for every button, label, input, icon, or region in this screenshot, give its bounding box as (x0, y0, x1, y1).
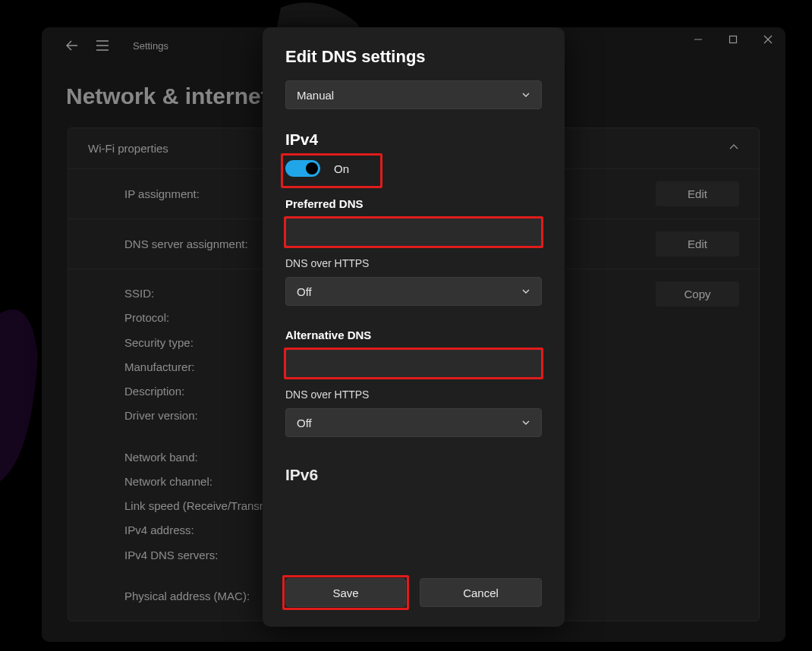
dropdown-value: Manual (297, 89, 334, 102)
preferred-doh-dropdown[interactable]: Off (285, 277, 542, 306)
preferred-dns-input[interactable] (285, 218, 542, 247)
toggle-state-label: On (334, 162, 349, 175)
property-label: Protocol: (124, 306, 282, 330)
dialog-title: Edit DNS settings (285, 47, 542, 67)
property-label: IPv4 address: (124, 518, 282, 542)
row-label: IP assignment: (124, 187, 200, 200)
edit-dns-settings-dialog: Edit DNS settings Manual IPv4 On Preferr… (263, 27, 565, 627)
property-label: Physical address (MAC): (124, 584, 282, 609)
chevron-down-icon (521, 417, 530, 429)
close-button[interactable] (751, 27, 785, 52)
back-button[interactable] (65, 38, 80, 53)
save-button[interactable]: Save (285, 578, 406, 607)
edit-ip-assignment-button[interactable]: Edit (656, 181, 739, 206)
hamburger-menu-icon[interactable] (95, 38, 110, 53)
edit-dns-assignment-button[interactable]: Edit (656, 231, 739, 256)
dropdown-value: Off (297, 285, 312, 298)
property-label: Driver version: (124, 404, 282, 428)
property-label: Network band: (124, 445, 282, 470)
property-label: Network channel: (124, 470, 282, 494)
dropdown-value: Off (297, 417, 312, 429)
window-title: Settings (133, 40, 168, 52)
ipv4-toggle[interactable] (285, 160, 320, 177)
ipv6-heading: IPv6 (285, 466, 542, 484)
chevron-down-icon (521, 89, 530, 102)
svg-rect-1 (730, 36, 737, 43)
property-label: IPv4 DNS servers: (124, 543, 282, 568)
copy-properties-button[interactable]: Copy (656, 281, 739, 307)
property-label: Security type: (124, 331, 282, 355)
row-label: DNS server assignment: (124, 237, 248, 250)
alternative-dns-label: Alternative DNS (285, 329, 542, 341)
minimize-button[interactable] (681, 27, 716, 52)
cancel-button[interactable]: Cancel (420, 578, 542, 607)
ipv4-heading: IPv4 (285, 131, 542, 149)
dns-mode-dropdown[interactable]: Manual (285, 80, 542, 109)
dns-over-https-label: DNS over HTTPS (285, 257, 542, 269)
maximize-button[interactable] (716, 27, 751, 52)
panel-title: Wi-Fi properties (88, 142, 168, 155)
property-label: Manufacturer: (124, 355, 282, 379)
dns-over-https-label: DNS over HTTPS (285, 388, 542, 401)
property-label: SSID: (124, 281, 282, 306)
property-label: Link speed (Receive/Transmit): (124, 494, 282, 518)
chevron-down-icon (521, 285, 530, 298)
alternative-dns-input[interactable] (285, 349, 542, 378)
property-label: Description: (124, 379, 282, 404)
preferred-dns-label: Preferred DNS (285, 197, 542, 210)
alternative-doh-dropdown[interactable]: Off (285, 408, 542, 437)
chevron-up-icon (729, 142, 739, 155)
